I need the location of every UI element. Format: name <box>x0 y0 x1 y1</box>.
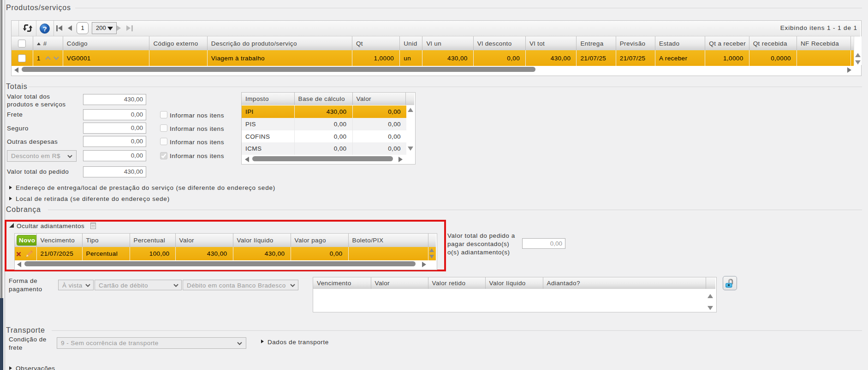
svg-text:?: ? <box>42 25 47 33</box>
